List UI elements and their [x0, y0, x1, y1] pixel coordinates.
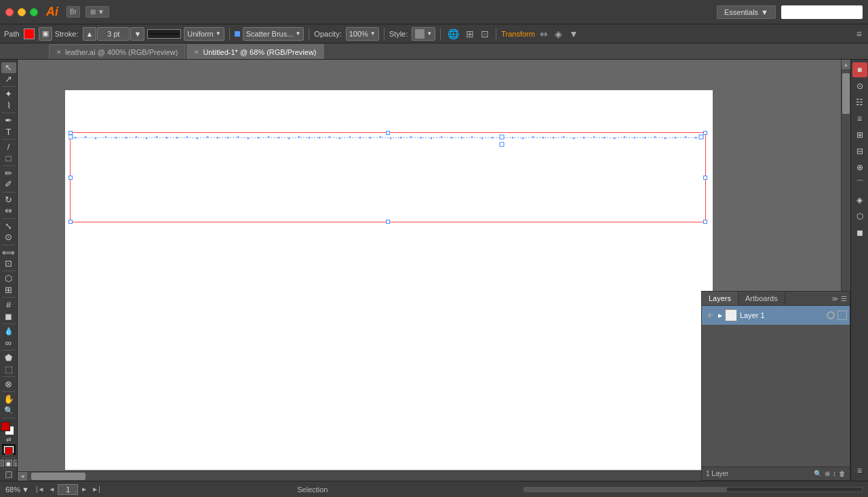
tab-close-untitled[interactable]: ✕ [194, 49, 199, 56]
pen-tool[interactable]: ✒ [1, 115, 16, 126]
shaper-tool[interactable]: ⊙ [1, 232, 16, 243]
line-tool[interactable]: / [1, 142, 16, 153]
hand-tool[interactable]: ✋ [1, 394, 16, 405]
eyedropper-tool[interactable]: 💧 [1, 326, 16, 337]
align-icon[interactable]: ⊞ [464, 28, 476, 39]
color-icon[interactable]: ■ [852, 62, 867, 77]
nav-first-icon[interactable]: |◄ [35, 485, 46, 493]
blend-tool[interactable]: ∞ [1, 338, 16, 349]
fill-stroke-swatches[interactable] [1, 422, 17, 434]
layer-visibility-icon[interactable]: 👁 [705, 310, 715, 321]
nav-prev-icon[interactable]: ◄ [47, 485, 56, 493]
symbols-icon[interactable]: ◈ [852, 193, 867, 207]
pathfinder-icon[interactable]: ◈ [553, 28, 564, 39]
libraries-icon[interactable]: ☷ [852, 95, 867, 110]
handle-mr[interactable] [703, 176, 707, 180]
artboards-icon[interactable]: ⊟ [852, 144, 867, 159]
brushes-icon[interactable]: ⌒ [852, 176, 867, 191]
stroke-stepper[interactable]: ▲ [83, 27, 97, 41]
minimize-button[interactable] [18, 8, 26, 16]
stroke-color-box[interactable] [24, 28, 35, 39]
style-selector[interactable]: ▼ [412, 27, 435, 41]
color-guide-icon[interactable]: ⊙ [852, 79, 867, 94]
more-icon[interactable]: ▼ [567, 28, 580, 39]
rect-tool[interactable]: □ [1, 153, 16, 163]
appearance-icon[interactable]: ◼ [852, 225, 867, 240]
panel-expand-icon[interactable]: ≡ [852, 463, 867, 478]
scroll-left-button[interactable]: ◄ [18, 472, 27, 481]
layers-menu-icon[interactable]: ≫ [831, 295, 838, 302]
layers-tab[interactable]: Layers [702, 292, 738, 305]
rotate-tool[interactable]: ↻ [1, 194, 16, 205]
mesh-tool[interactable]: # [1, 300, 16, 311]
essentials-button[interactable]: Essentials ▼ [717, 5, 776, 19]
pencil-tool[interactable]: ✐ [1, 179, 16, 190]
tab-leather[interactable]: ✕ leather.ai @ 400% (RGB/Preview) [49, 44, 185, 59]
assets-icon[interactable]: ⊕ [852, 160, 867, 175]
active-stroke-indicator[interactable] [2, 444, 16, 454]
layer-expand-arrow[interactable]: ▶ [718, 313, 722, 319]
nav-last-icon[interactable]: ►| [90, 485, 102, 493]
properties-icon[interactable]: ≡ [852, 111, 867, 126]
graphic-styles-icon[interactable]: ⬡ [852, 209, 867, 224]
globe-icon[interactable]: 🌐 [446, 28, 461, 39]
nav-next-icon[interactable]: ► [79, 485, 89, 493]
layer-lock-icon[interactable] [837, 311, 847, 320]
layers-new-sublayer-icon[interactable]: ⊕ [825, 470, 830, 477]
handle-ml[interactable] [68, 176, 73, 180]
layout-button[interactable]: ⊞ ▼ [85, 6, 109, 18]
artboards-tab[interactable]: Artboards [738, 292, 785, 305]
bridge-icon[interactable]: Br [66, 6, 80, 18]
tab-close-leather[interactable]: ✕ [56, 49, 62, 56]
scroll-hthumb[interactable] [31, 473, 85, 480]
swap-colors-icon[interactable]: ⇄ [6, 436, 12, 443]
direct-selection-tool[interactable]: ↗ [1, 74, 16, 85]
variable-icon[interactable]: ⊡ [479, 28, 491, 39]
layers-move-icon[interactable]: ↕ [833, 470, 836, 477]
fill-swatch[interactable] [1, 422, 10, 431]
layers-search-icon[interactable]: 🔍 [814, 470, 822, 477]
tab-untitled[interactable]: ✕ Untitled-1* @ 68% (RGB/Preview) [186, 44, 323, 59]
brush-selector[interactable]: Scatter Brus... ▼ [243, 27, 304, 41]
layers-delete-icon[interactable]: 🗑 [839, 470, 846, 477]
artboard-tool[interactable]: ⬚ [1, 363, 16, 374]
scroll-thumb[interactable] [842, 73, 850, 114]
align-distribute-icon[interactable]: ⇔ [538, 28, 550, 39]
reflect-tool[interactable]: ⇔ [1, 205, 16, 216]
stroke-type-selector[interactable]: Uniform ▼ [184, 27, 224, 41]
layer-row-1[interactable]: 👁 ▶ Layer 1 [702, 306, 850, 325]
zoom-tool[interactable]: 🔍 [1, 405, 16, 416]
zoom-display[interactable]: 68% ▼ [5, 485, 29, 494]
stroke-type-dropdown[interactable]: Path ▣ [39, 27, 52, 41]
magic-wand-tool[interactable]: ✦ [1, 89, 16, 100]
handle-bm[interactable] [386, 220, 390, 224]
page-number-input[interactable]: 1 [58, 484, 78, 495]
type-tool[interactable]: T [1, 126, 16, 137]
paintbrush-tool[interactable]: ✏ [1, 168, 16, 179]
live-paint-tool[interactable]: ⬟ [1, 353, 16, 363]
panel-toggle-icon[interactable]: ≡ [854, 28, 864, 39]
gradient-tool[interactable]: ◼ [1, 311, 16, 322]
stroke-stepper-down[interactable]: ▼ [130, 27, 144, 41]
search-input[interactable] [781, 5, 863, 19]
close-button[interactable] [5, 8, 14, 16]
handle-bl[interactable] [68, 220, 73, 224]
transform-button[interactable]: Transform [501, 30, 535, 38]
scroll-up-button[interactable]: ▲ [842, 60, 850, 69]
slice-tool[interactable]: ⊗ [1, 379, 16, 390]
layers-icon[interactable]: ⊞ [852, 127, 867, 142]
free-transform-tool[interactable]: ⊡ [1, 258, 16, 269]
opacity-selector[interactable]: 100% ▼ [346, 27, 379, 41]
layers-options-icon[interactable]: ☰ [841, 295, 847, 302]
selection-tool[interactable]: ↖ [1, 62, 16, 73]
perspective-tool[interactable]: ⊞ [1, 285, 16, 296]
width-tool[interactable]: ⟺ [1, 247, 16, 258]
view-screen-icon[interactable]: ⬛ [5, 471, 12, 478]
handle-br[interactable] [703, 220, 707, 224]
lasso-tool[interactable]: ⌇ [1, 100, 16, 111]
draw-normal-icon[interactable]: □ [0, 460, 4, 466]
maximize-button[interactable] [30, 8, 38, 16]
stroke-value-input[interactable]: 3 pt [97, 27, 130, 41]
scale-tool[interactable]: ⤡ [1, 220, 16, 231]
draw-behind-icon[interactable]: ⬤ [5, 460, 12, 466]
